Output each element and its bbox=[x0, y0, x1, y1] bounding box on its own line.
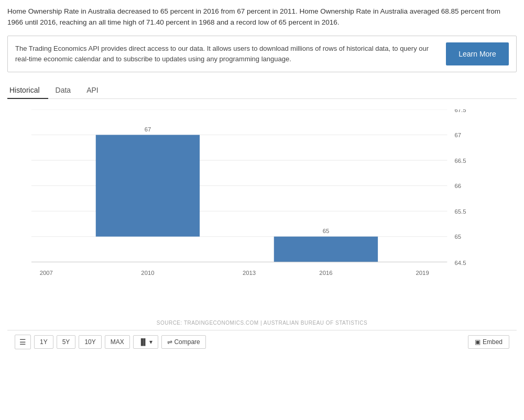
svg-text:2013: 2013 bbox=[243, 270, 256, 276]
svg-text:66: 66 bbox=[455, 183, 462, 189]
svg-text:66.5: 66.5 bbox=[455, 158, 466, 164]
svg-text:64.5: 64.5 bbox=[455, 259, 466, 266]
svg-text:65: 65 bbox=[323, 228, 330, 234]
learn-more-button[interactable]: Learn More bbox=[446, 42, 509, 65]
tab-data[interactable]: Data bbox=[53, 82, 80, 98]
1y-button[interactable]: 1Y bbox=[34, 335, 53, 349]
10y-button[interactable]: 10Y bbox=[79, 335, 101, 349]
svg-text:2019: 2019 bbox=[416, 270, 429, 276]
chart-type-button[interactable]: ▐▌ ▾ bbox=[133, 335, 158, 349]
tab-historical[interactable]: Historical bbox=[7, 82, 48, 98]
api-banner: The Trading Economics API provides direc… bbox=[7, 36, 517, 72]
svg-text:67: 67 bbox=[145, 126, 151, 132]
chart-area: 67.5 67 66.5 66 65.5 65 64.5 67 65 2007 … bbox=[7, 104, 517, 319]
svg-text:65.5: 65.5 bbox=[455, 208, 466, 215]
embed-label: Embed bbox=[483, 338, 503, 346]
svg-text:65: 65 bbox=[455, 234, 462, 240]
bar-2016 bbox=[274, 237, 378, 262]
toolbar: ☰ 1Y 5Y 10Y MAX ▐▌ ▾ ⇌ Compare ▣ Embed bbox=[7, 330, 517, 353]
embed-icon: ▣ bbox=[475, 338, 481, 346]
svg-text:2016: 2016 bbox=[319, 270, 332, 276]
chart-container: 67.5 67 66.5 66 65.5 65 64.5 67 65 2007 … bbox=[7, 104, 517, 326]
5y-button[interactable]: 5Y bbox=[57, 335, 76, 349]
svg-text:67: 67 bbox=[455, 132, 462, 138]
api-banner-text: The Trading Economics API provides direc… bbox=[15, 43, 446, 64]
description-text: Home Ownership Rate in Australia decreas… bbox=[7, 6, 517, 28]
max-button[interactable]: MAX bbox=[105, 335, 130, 349]
embed-button[interactable]: ▣ Embed bbox=[468, 335, 509, 349]
svg-text:67.5: 67.5 bbox=[455, 109, 466, 113]
chart-svg: 67.5 67 66.5 66 65.5 65 64.5 67 65 2007 … bbox=[23, 109, 485, 288]
list-view-button[interactable]: ☰ bbox=[15, 335, 31, 349]
bar-2010 bbox=[96, 135, 200, 236]
source-text: SOURCE: TRADINGECONOMICS.COM | AUSTRALIA… bbox=[7, 320, 517, 326]
tabs-bar: Historical Data API bbox=[7, 82, 517, 99]
compare-button[interactable]: ⇌ Compare bbox=[161, 335, 206, 349]
svg-text:2007: 2007 bbox=[40, 270, 53, 276]
tab-api[interactable]: API bbox=[84, 82, 107, 98]
svg-text:2010: 2010 bbox=[141, 270, 154, 276]
